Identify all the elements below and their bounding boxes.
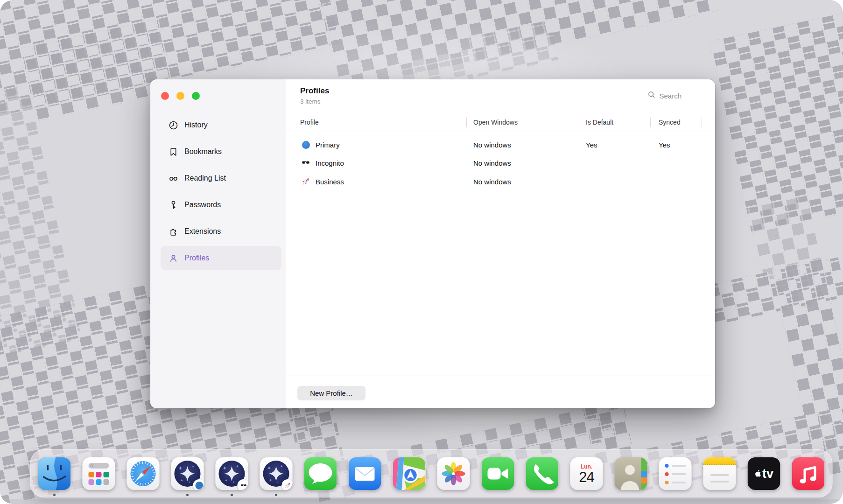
open-windows: No windows: [473, 141, 511, 149]
profile-name: Incognito: [316, 159, 344, 167]
window-controls: [161, 92, 200, 100]
wallpaper-bottom-strip: [0, 499, 843, 504]
open-windows: No windows: [473, 178, 511, 186]
dock-launchpad-icon[interactable]: [83, 457, 115, 490]
profile-badge-blue-circle: [193, 479, 204, 490]
sidebar-item-extensions[interactable]: Extensions: [161, 219, 281, 244]
is-default: Yes: [586, 141, 597, 149]
dock-mail-icon[interactable]: [349, 457, 381, 490]
sidebar-item-profiles[interactable]: Profiles: [161, 246, 281, 270]
dock-calendar-icon[interactable]: Lun. 24: [570, 457, 603, 490]
sidebar-item-label: Extensions: [184, 227, 221, 236]
profile-badge-rocket: [282, 479, 293, 490]
column-header-is-default[interactable]: Is Default: [586, 119, 613, 126]
appletv-label: tv: [762, 467, 773, 481]
table-row-business[interactable]: Business No windows: [286, 172, 715, 191]
desktop: History Bookmarks Reading List: [0, 0, 843, 504]
table-row-incognito[interactable]: Incognito No windows: [286, 154, 715, 172]
new-profile-button[interactable]: New Profile…: [297, 386, 365, 400]
sidebar-item-reading-list[interactable]: Reading List: [161, 166, 281, 190]
dock-appletv-icon[interactable]: tv: [748, 457, 780, 490]
column-header-open-windows[interactable]: Open Windows: [473, 119, 518, 126]
minimize-button[interactable]: [176, 92, 184, 100]
sidebar-item-label: Bookmarks: [184, 147, 222, 156]
dock-maps-icon[interactable]: [393, 457, 426, 490]
dock-safari-profile-primary-icon[interactable]: [171, 457, 204, 490]
sidebar: History Bookmarks Reading List: [150, 79, 286, 408]
zoom-button[interactable]: [192, 92, 200, 100]
dock-photos-icon[interactable]: [437, 457, 470, 490]
calendar-day: 24: [579, 470, 594, 485]
sidebar-item-bookmarks[interactable]: Bookmarks: [161, 140, 281, 164]
sidebar-item-label: Passwords: [184, 201, 221, 209]
safari-profiles-window: History Bookmarks Reading List: [150, 79, 715, 408]
column-divider: [579, 118, 579, 127]
bookmark-icon: [168, 147, 178, 157]
table-row-primary[interactable]: Primary No windows Yes Yes: [286, 135, 715, 154]
sidebar-item-label: Reading List: [184, 174, 226, 182]
rocket-icon: [301, 177, 310, 186]
column-divider: [650, 118, 651, 127]
column-header-synced[interactable]: Synced: [659, 119, 681, 126]
column-divider: [466, 118, 467, 127]
clock-icon: [168, 120, 178, 130]
running-indicator: [275, 494, 277, 496]
search-field[interactable]: Search: [647, 91, 681, 101]
sidebar-nav: History Bookmarks Reading List: [161, 113, 281, 273]
running-indicator: [186, 494, 189, 496]
sidebar-item-label: History: [184, 121, 208, 129]
blue-circle-icon: [301, 140, 310, 149]
dock: Lun. 24: [30, 449, 833, 497]
search-placeholder: Search: [659, 92, 681, 100]
running-indicator: [53, 494, 56, 496]
dock-facetime-icon[interactable]: [482, 457, 514, 490]
footer-separator: [286, 376, 715, 376]
main-panel: Profiles 3 items Search Profile Open Win…: [286, 79, 715, 408]
dock-phone-icon[interactable]: [526, 457, 559, 490]
profile-name: Business: [316, 178, 344, 186]
key-icon: [168, 200, 178, 210]
sidebar-item-passwords[interactable]: Passwords: [161, 193, 281, 217]
close-button[interactable]: [161, 92, 169, 100]
dock-notes-icon[interactable]: [703, 457, 736, 490]
header-separator: [286, 131, 715, 131]
person-icon: [168, 253, 178, 263]
column-header-profile[interactable]: Profile: [300, 119, 319, 126]
dock-safari-icon[interactable]: [127, 457, 160, 490]
apple-logo-icon: [754, 469, 761, 478]
running-indicator: [231, 494, 233, 496]
sunglasses-icon: [301, 158, 310, 168]
search-icon: [91, 464, 93, 467]
dock-messages-icon[interactable]: [304, 457, 337, 490]
wallpaper-pattern: [710, 9, 843, 233]
dock-reminders-icon[interactable]: [659, 457, 692, 490]
synced: Yes: [659, 141, 670, 149]
dock-safari-profile-incognito-icon[interactable]: [216, 457, 248, 490]
search-icon: [647, 91, 656, 101]
dock-finder-icon[interactable]: [38, 457, 71, 490]
profile-name: Primary: [316, 141, 340, 149]
sidebar-item-history[interactable]: History: [161, 113, 281, 137]
column-divider: [702, 118, 702, 127]
glasses-icon: [168, 173, 178, 183]
items-count: 3 items: [300, 98, 321, 105]
dock-music-icon[interactable]: [792, 457, 825, 490]
open-windows: No windows: [473, 159, 511, 167]
puzzle-icon: [168, 226, 178, 237]
profile-badge-sunglasses: [238, 479, 248, 490]
dock-safari-profile-business-icon[interactable]: [260, 457, 293, 490]
page-title: Profiles: [300, 86, 329, 96]
dock-contacts-icon[interactable]: [615, 457, 647, 490]
sidebar-item-label: Profiles: [184, 254, 209, 262]
